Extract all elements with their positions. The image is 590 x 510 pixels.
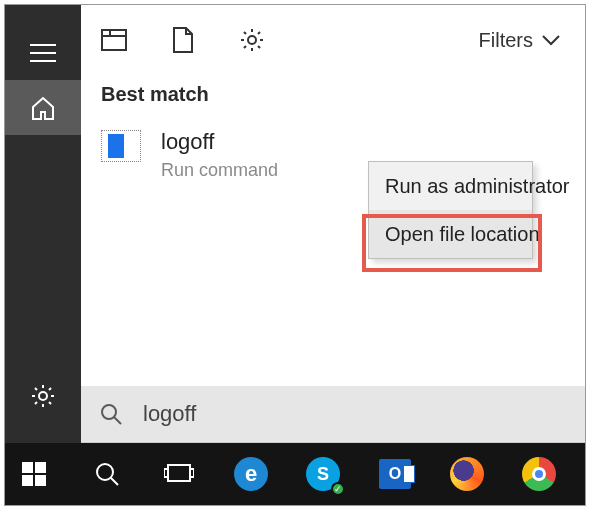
- context-menu-open-file-location[interactable]: Open file location: [369, 210, 532, 258]
- svg-rect-1: [102, 30, 126, 50]
- taskbar-app-edge[interactable]: e: [231, 454, 271, 494]
- svg-line-6: [114, 417, 121, 424]
- context-menu-run-as-admin[interactable]: Run as administrator: [369, 162, 532, 210]
- menu-icon: [30, 44, 56, 62]
- run-command-icon: [101, 130, 141, 162]
- task-view-icon: [164, 463, 194, 485]
- outlook-icon: O: [379, 459, 411, 489]
- svg-rect-14: [164, 469, 168, 477]
- svg-point-4: [248, 36, 256, 44]
- section-title-best-match: Best match: [81, 75, 585, 120]
- search-icon: [94, 461, 120, 487]
- recent-icon[interactable]: [101, 29, 127, 51]
- taskbar-app-outlook[interactable]: O: [375, 454, 415, 494]
- start-button[interactable]: [15, 454, 55, 494]
- hamburger-menu-button[interactable]: [5, 25, 81, 80]
- svg-line-12: [111, 478, 118, 485]
- start-sidebar: [5, 5, 81, 443]
- result-title: logoff: [161, 130, 278, 154]
- task-view-button[interactable]: [159, 454, 199, 494]
- svg-rect-15: [190, 469, 194, 477]
- home-icon: [30, 96, 56, 120]
- svg-rect-9: [22, 475, 33, 486]
- chevron-down-icon: [541, 34, 561, 46]
- svg-point-11: [97, 464, 113, 480]
- toolbar-settings-button[interactable]: [239, 27, 265, 53]
- svg-point-0: [39, 392, 47, 400]
- svg-rect-8: [35, 462, 46, 473]
- search-query-text: logoff: [143, 401, 196, 427]
- context-menu: Run as administrator Open file location: [368, 161, 533, 259]
- svg-rect-10: [35, 475, 46, 486]
- document-icon[interactable]: [173, 27, 193, 53]
- taskbar-app-chrome[interactable]: [519, 454, 559, 494]
- results-toolbar: Filters: [81, 5, 585, 75]
- sidebar-settings-button[interactable]: [5, 368, 81, 423]
- gear-icon: [30, 383, 56, 409]
- chrome-icon: [522, 457, 556, 491]
- search-icon: [99, 402, 123, 426]
- edge-icon: e: [234, 457, 268, 491]
- taskbar-app-skype[interactable]: S ✓: [303, 454, 343, 494]
- windows-start-icon: [22, 461, 48, 487]
- sidebar-home-button[interactable]: [5, 80, 81, 135]
- taskbar-search-button[interactable]: [87, 454, 127, 494]
- firefox-icon: [450, 457, 484, 491]
- svg-rect-7: [22, 462, 33, 473]
- taskbar: e S ✓ O: [5, 443, 585, 505]
- taskbar-app-firefox[interactable]: [447, 454, 487, 494]
- filters-button[interactable]: Filters: [479, 29, 561, 52]
- filters-label: Filters: [479, 29, 533, 52]
- svg-rect-13: [168, 465, 190, 481]
- result-subtitle: Run command: [161, 160, 278, 181]
- search-input-bar[interactable]: logoff: [81, 386, 585, 442]
- svg-point-5: [102, 405, 116, 419]
